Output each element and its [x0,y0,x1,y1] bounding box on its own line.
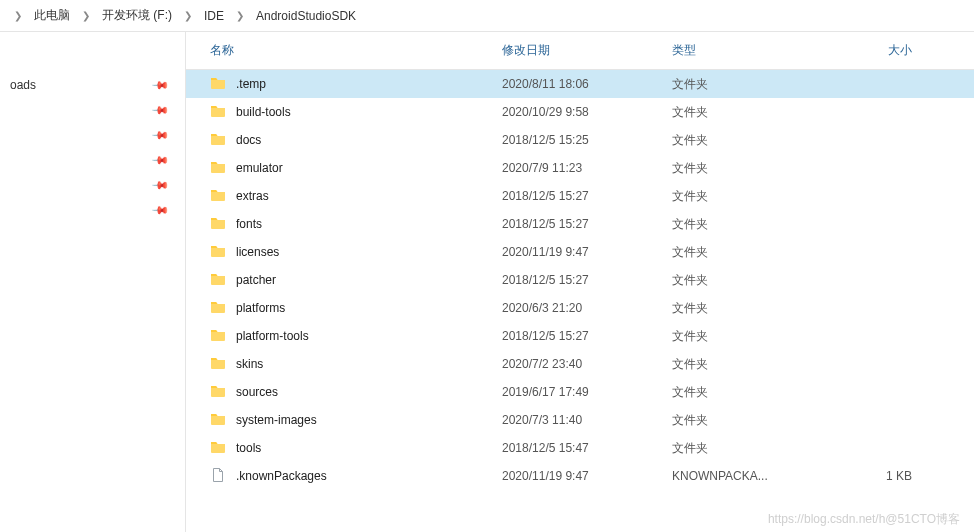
file-type: 文件夹 [666,384,836,401]
file-row[interactable]: .knownPackages2020/11/19 9:47KNOWNPACKA.… [186,462,974,490]
folder-icon [210,271,236,290]
pin-icon: 📌 [150,176,169,195]
file-row[interactable]: build-tools2020/10/29 9:58文件夹 [186,98,974,126]
file-name-cell[interactable]: tools [186,439,496,458]
folder-icon [210,187,236,206]
column-type[interactable]: 类型 [666,42,836,59]
column-headers[interactable]: 名称 修改日期 类型 大小 [186,32,974,70]
file-type: 文件夹 [666,412,836,429]
file-row[interactable]: licenses2020/11/19 9:47文件夹 [186,238,974,266]
file-type: 文件夹 [666,76,836,93]
breadcrumb[interactable]: ❯ 此电脑 ❯ 开发环境 (F:) ❯ IDE ❯ AndroidStudioS… [0,0,974,32]
file-type: 文件夹 [666,188,836,205]
breadcrumb-item[interactable]: 此电脑 [30,5,74,26]
column-size[interactable]: 大小 [836,42,936,59]
file-name-cell[interactable]: emulator [186,159,496,178]
quick-access-item[interactable]: oads 📌 [0,72,185,98]
file-date: 2020/11/19 9:47 [496,469,666,483]
chevron-right-icon: ❯ [14,10,22,21]
quick-access-item[interactable]: 📌 [0,123,185,148]
breadcrumb-item[interactable]: IDE [200,7,228,25]
file-row[interactable]: emulator2020/7/9 11:23文件夹 [186,154,974,182]
file-name-cell[interactable]: .temp [186,75,496,94]
folder-icon [210,439,236,458]
folder-icon [210,411,236,430]
file-type: 文件夹 [666,244,836,261]
file-name: fonts [236,217,262,231]
column-date[interactable]: 修改日期 [496,42,666,59]
folder-icon [210,355,236,374]
file-name-cell[interactable]: fonts [186,215,496,234]
folder-icon [210,243,236,262]
pin-icon: 📌 [150,101,169,120]
column-name[interactable]: 名称 [186,42,496,59]
file-name: build-tools [236,105,291,119]
file-type: KNOWNPACKA... [666,469,836,483]
file-name-cell[interactable]: sources [186,383,496,402]
file-row[interactable]: skins2020/7/2 23:40文件夹 [186,350,974,378]
file-name-cell[interactable]: platforms [186,299,496,318]
file-list[interactable]: 名称 修改日期 类型 大小 .temp2020/8/11 18:06文件夹bui… [186,32,974,532]
file-icon [210,467,236,486]
folder-icon [210,327,236,346]
pin-icon: 📌 [150,126,169,145]
file-name-cell[interactable]: docs [186,131,496,150]
file-name-cell[interactable]: .knownPackages [186,467,496,486]
file-date: 2020/7/3 11:40 [496,413,666,427]
file-name-cell[interactable]: extras [186,187,496,206]
file-name: system-images [236,413,317,427]
folder-icon [210,103,236,122]
file-type: 文件夹 [666,216,836,233]
pin-icon: 📌 [150,201,169,220]
file-name-cell[interactable]: build-tools [186,103,496,122]
folder-icon [210,299,236,318]
file-name: emulator [236,161,283,175]
file-date: 2020/7/9 11:23 [496,161,666,175]
file-row[interactable]: fonts2018/12/5 15:27文件夹 [186,210,974,238]
file-row[interactable]: .temp2020/8/11 18:06文件夹 [186,70,974,98]
file-type: 文件夹 [666,328,836,345]
file-name-cell[interactable]: system-images [186,411,496,430]
file-date: 2020/7/2 23:40 [496,357,666,371]
breadcrumb-item[interactable]: 开发环境 (F:) [98,5,176,26]
file-row[interactable]: patcher2018/12/5 15:27文件夹 [186,266,974,294]
file-size: 1 KB [836,469,936,483]
file-row[interactable]: system-images2020/7/3 11:40文件夹 [186,406,974,434]
file-name: .temp [236,77,266,91]
file-name: platforms [236,301,285,315]
file-type: 文件夹 [666,272,836,289]
file-name: licenses [236,245,279,259]
file-date: 2020/6/3 21:20 [496,301,666,315]
file-name-cell[interactable]: platform-tools [186,327,496,346]
quick-access-item[interactable]: 📌 [0,198,185,223]
file-date: 2020/8/11 18:06 [496,77,666,91]
chevron-right-icon: ❯ [184,10,192,21]
file-name: patcher [236,273,276,287]
file-name: skins [236,357,263,371]
file-row[interactable]: docs2018/12/5 15:25文件夹 [186,126,974,154]
file-name: platform-tools [236,329,309,343]
quick-access-item[interactable]: 📌 [0,173,185,198]
file-type: 文件夹 [666,160,836,177]
folder-icon [210,75,236,94]
chevron-right-icon: ❯ [236,10,244,21]
quick-access-item[interactable]: 📌 [0,98,185,123]
file-row[interactable]: tools2018/12/5 15:47文件夹 [186,434,974,462]
file-row[interactable]: platform-tools2018/12/5 15:27文件夹 [186,322,974,350]
file-name: docs [236,133,261,147]
folder-icon [210,131,236,150]
file-row[interactable]: sources2019/6/17 17:49文件夹 [186,378,974,406]
quick-access-item[interactable]: 📌 [0,148,185,173]
breadcrumb-item[interactable]: AndroidStudioSDK [252,7,360,25]
file-date: 2018/12/5 15:27 [496,189,666,203]
file-row[interactable]: platforms2020/6/3 21:20文件夹 [186,294,974,322]
folder-icon [210,215,236,234]
file-row[interactable]: extras2018/12/5 15:27文件夹 [186,182,974,210]
file-name-cell[interactable]: skins [186,355,496,374]
file-date: 2020/11/19 9:47 [496,245,666,259]
file-name-cell[interactable]: licenses [186,243,496,262]
file-name-cell[interactable]: patcher [186,271,496,290]
file-date: 2018/12/5 15:47 [496,441,666,455]
file-date: 2018/12/5 15:25 [496,133,666,147]
nav-pane[interactable]: oads 📌 📌 📌 📌 📌 📌 [0,32,186,532]
